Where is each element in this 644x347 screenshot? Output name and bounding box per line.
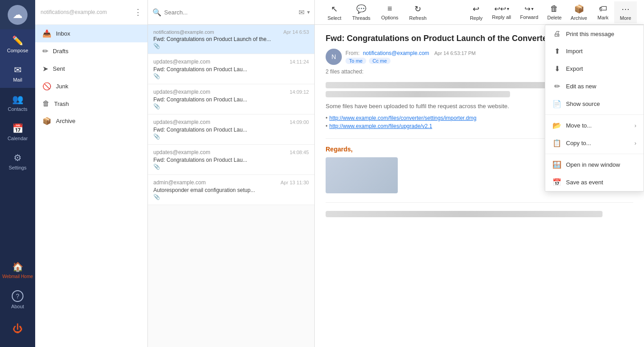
reply-label: Reply [470, 15, 483, 21]
bullet-2: • [326, 123, 327, 129]
sidebar-item-mail[interactable]: ✉ Mail [0, 59, 35, 88]
mail-icon: ✉ [14, 64, 22, 75]
sidebar-item-label: About [11, 304, 24, 309]
calendar-icon: 📅 [12, 123, 23, 134]
copy-to-arrow: › [635, 140, 636, 146]
link-1[interactable]: http://www.example.com/files/converter/s… [329, 115, 476, 121]
mail-item[interactable]: updates@example.com 14:08:45 Fwd: Congra… [148, 145, 314, 175]
chevron-down-icon[interactable]: ▾ [307, 9, 310, 15]
mail-date: Apr 14 6:53 [283, 29, 309, 35]
mail-item[interactable]: updates@example.com 14:11:24 Fwd: Congra… [148, 54, 314, 84]
sent-icon: ➤ [42, 64, 48, 73]
mail-from-address: notifications@example.com [363, 50, 429, 56]
footer-section [326, 202, 633, 217]
mail-sender: admin@example.com [153, 179, 206, 186]
mail-filter-icon[interactable]: ✉ [299, 8, 304, 17]
sidebar-item-contacts[interactable]: 👥 Contacts [0, 88, 35, 117]
mail-sender: notifications@example.com [153, 29, 214, 35]
more-button[interactable]: ⋯ More [614, 1, 637, 23]
forward-button[interactable]: ↪ ▾ Forward [515, 2, 543, 23]
sidebar-item-label: Webmail Home [2, 274, 33, 279]
threads-icon: 💬 [356, 4, 366, 14]
print-icon: 🖨 [552, 30, 561, 38]
about-icon: ? [12, 290, 23, 302]
mail-item[interactable]: updates@example.com 14:09:12 Fwd: Congra… [148, 84, 314, 114]
mail-subject: Fwd: Congratulations on Product Lau... [153, 96, 309, 103]
recipient-to: To me [345, 58, 366, 64]
footer-blur-1 [326, 211, 603, 217]
copy-to-label: Copy to... [566, 140, 591, 146]
dropdown-item-import[interactable]: ⬆ Import [545, 42, 644, 60]
mail-item[interactable]: admin@example.com Apr 13 11:30 Autorespo… [148, 175, 314, 205]
copy-to-icon: 📋 [552, 139, 561, 147]
threads-label: Threads [352, 15, 370, 21]
export-icon: ⬇ [552, 64, 561, 73]
sidebar-item-settings[interactable]: ⚙ Settings [0, 146, 35, 176]
dropdown-item-open-new-window[interactable]: 🪟 Open in new window [545, 156, 644, 174]
more-icon: ⋯ [621, 4, 630, 14]
threads-button[interactable]: 💬 Threads [347, 1, 376, 23]
link-2[interactable]: http://www.example.com/files/upgrade/v2.… [329, 123, 432, 129]
sidebar-item-logout[interactable]: ⏻ [0, 314, 35, 343]
mail-item[interactable]: updates@example.com 14:09:00 Fwd: Congra… [148, 114, 314, 145]
compose-icon: ✏️ [12, 35, 23, 46]
delete-button[interactable]: 🗑 Delete [543, 1, 566, 23]
attachment-icon: 📎 [153, 103, 160, 110]
main-area: ↖ Select 💬 Threads ≡ Options ↻ Refresh ↩… [315, 0, 644, 347]
dropdown-item-show-source[interactable]: 📄 Show source [545, 95, 644, 113]
reply-button[interactable]: ↩ Reply [465, 1, 488, 23]
reply-all-button[interactable]: ↩↩ ▾ Reply all [488, 2, 515, 23]
sidebar-item-calendar[interactable]: 📅 Calendar [0, 117, 35, 146]
account-menu-icon[interactable]: ⋮ [134, 7, 142, 17]
dropdown-item-move-to[interactable]: 📂 Move to... › [545, 117, 644, 134]
toolbar-right: ↩ Reply ↩↩ ▾ Reply all ↪ ▾ Forward 🗑 Del… [465, 1, 637, 23]
folder-label: Drafts [53, 48, 69, 55]
edit-as-new-icon: ✏ [552, 82, 561, 91]
archive-button[interactable]: 📦 Archive [566, 1, 592, 23]
junk-icon: 🚫 [42, 82, 51, 91]
mail-time: Apr 14 6:53:17 PM [434, 50, 476, 56]
folder-item-junk[interactable]: 🚫 Junk [35, 78, 147, 95]
options-button[interactable]: ≡ Options [376, 1, 404, 23]
webmail-home-icon: 🏠 [12, 261, 23, 272]
mark-button[interactable]: 🏷 Mark [592, 1, 614, 23]
dropdown-item-print[interactable]: 🖨 Print this message [545, 25, 644, 42]
reply-all-icon: ↩↩ [494, 5, 506, 13]
save-as-event-icon: 📅 [552, 178, 561, 187]
sidebar-item-about[interactable]: ? About [0, 285, 35, 314]
mail-date: 14:11:24 [290, 59, 309, 64]
sidebar-item-label: Calendar [8, 136, 28, 141]
search-bar: 🔍 ✉ ▾ [148, 0, 314, 25]
sidebar-item-webmail-home[interactable]: 🏠 Webmail Home [0, 256, 35, 285]
dropdown-item-save-as-event[interactable]: 📅 Save as event [545, 174, 644, 191]
mail-date: 14:08:45 [290, 150, 309, 155]
folder-item-archive[interactable]: 📦 Archive [35, 112, 147, 130]
mail-list: notifications@example.com Apr 14 6:53 Fw… [148, 25, 314, 205]
sidebar-item-label: Compose [7, 48, 28, 53]
more-dropdown-menu: 🖨 Print this message ⬆ Import ⬇ Export ✏… [545, 25, 644, 192]
import-icon: ⬆ [552, 47, 561, 55]
mail-item[interactable]: notifications@example.com Apr 14 6:53 Fw… [148, 25, 314, 54]
archive-icon: 📦 [574, 4, 584, 14]
show-source-label: Show source [566, 100, 600, 107]
archive-icon: 📦 [42, 117, 51, 125]
app-logo: ☁ [0, 0, 35, 29]
folder-item-inbox[interactable]: 📥 Inbox [35, 25, 147, 42]
search-input[interactable] [164, 9, 296, 16]
mark-label: Mark [598, 15, 608, 20]
folder-item-trash[interactable]: 🗑 Trash [35, 95, 147, 112]
refresh-button[interactable]: ↻ Refresh [404, 1, 432, 23]
folder-item-sent[interactable]: ➤ Sent [35, 60, 147, 78]
folder-item-drafts[interactable]: ✏ Drafts [35, 42, 147, 60]
edit-as-new-label: Edit as new [566, 83, 596, 90]
select-button[interactable]: ↖ Select [322, 1, 347, 23]
refresh-label: Refresh [409, 15, 427, 21]
move-to-label: Move to... [566, 122, 592, 129]
dropdown-item-copy-to[interactable]: 📋 Copy to... › [545, 134, 644, 152]
dropdown-item-export[interactable]: ⬇ Export [545, 60, 644, 78]
dropdown-item-edit-as-new[interactable]: ✏ Edit as new [545, 78, 644, 95]
sidebar-item-compose[interactable]: ✏️ Compose [0, 29, 35, 59]
open-new-window-icon: 🪟 [552, 160, 561, 169]
folder-label: Inbox [56, 30, 70, 37]
reply-all-label: Reply all [492, 14, 511, 20]
